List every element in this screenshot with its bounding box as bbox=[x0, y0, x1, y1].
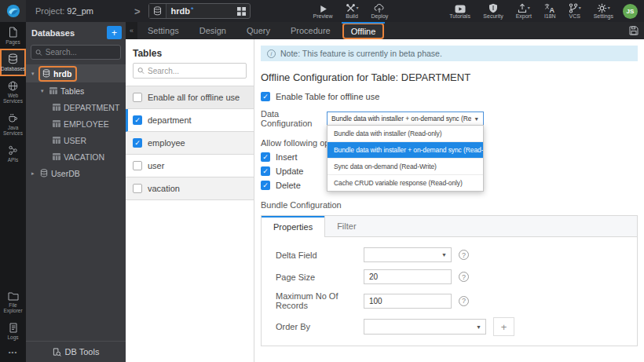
delta-field-row: Delta Field ▼ ? bbox=[276, 247, 623, 262]
add-order-by-button[interactable]: + bbox=[493, 317, 514, 336]
help-icon[interactable]: ? bbox=[459, 296, 469, 306]
play-icon bbox=[319, 3, 327, 13]
dropdown-option[interactable]: Sync data on-demand (Read-Write) bbox=[327, 159, 483, 175]
caret-down-icon: ▾ bbox=[357, 5, 359, 10]
database-search[interactable] bbox=[31, 45, 121, 60]
checkbox-update[interactable]: ✓ bbox=[261, 166, 270, 176]
sidebar-item-logs[interactable]: Logs bbox=[0, 318, 26, 344]
order-by-select[interactable]: ▼ bbox=[364, 319, 486, 335]
table-row-vacation[interactable]: vacation bbox=[126, 177, 254, 200]
table-row-enable-all[interactable]: Enable all for offline use bbox=[126, 86, 254, 109]
tab-offline[interactable]: Offline bbox=[344, 24, 383, 38]
table-row-label: department bbox=[148, 115, 192, 125]
table-row-department[interactable]: ✓ department bbox=[126, 109, 254, 132]
tree-node-department[interactable]: DEPARTMENT bbox=[26, 99, 126, 115]
svg-text:A: A bbox=[550, 6, 555, 13]
tab-properties[interactable]: Properties bbox=[262, 216, 325, 237]
sidebar-item-file-explorer[interactable]: File Explorer bbox=[0, 287, 26, 318]
add-database-button[interactable]: + bbox=[107, 26, 122, 39]
tables-search-input[interactable] bbox=[148, 67, 242, 75]
help-icon[interactable]: ? bbox=[459, 250, 469, 260]
checkbox-enable-table[interactable]: ✓ bbox=[261, 92, 270, 101]
api-icon bbox=[8, 145, 18, 155]
checkbox-insert[interactable]: ✓ bbox=[261, 152, 270, 162]
dropdown-option[interactable]: Cache CRUD variable response (Read-only) bbox=[327, 175, 483, 191]
vcs-label: VCS bbox=[569, 13, 580, 19]
table-row-user[interactable]: user bbox=[126, 155, 254, 177]
select-caret-icon: ▼ bbox=[441, 252, 447, 258]
beta-note: i Note: This feature is currently in bet… bbox=[261, 46, 638, 61]
checkbox-user[interactable] bbox=[133, 161, 142, 170]
checkbox-delete[interactable]: ✓ bbox=[261, 181, 270, 190]
tab-design[interactable]: Design bbox=[189, 22, 236, 39]
tools-icon: ▾ bbox=[346, 3, 359, 13]
dropdown-option-highlighted[interactable]: Bundle data with installer + on-demand s… bbox=[327, 142, 483, 159]
checkbox-department[interactable]: ✓ bbox=[133, 115, 142, 125]
data-configuration-label: Data Configuration bbox=[261, 109, 327, 128]
check-icon: ✓ bbox=[262, 168, 269, 175]
save-button[interactable] bbox=[624, 22, 644, 39]
data-configuration-select[interactable]: Bundle data with installer + on-demand s… bbox=[327, 112, 484, 126]
build-button[interactable]: ▾ Build bbox=[339, 0, 365, 22]
tree-node-vacation[interactable]: VACATION bbox=[26, 148, 126, 165]
sidebar-item-web-services[interactable]: Web Services bbox=[0, 76, 26, 108]
security-label: Security bbox=[483, 13, 503, 19]
more-icon[interactable]: ••• bbox=[0, 344, 26, 362]
security-button[interactable]: Security bbox=[477, 0, 509, 22]
caret-down-icon[interactable]: ▾ bbox=[31, 71, 37, 77]
utility-actions: Security ▾ Export A bbox=[477, 0, 620, 22]
preview-button[interactable]: Preview bbox=[307, 0, 339, 22]
vcs-button[interactable]: ▾ VCS bbox=[562, 0, 587, 22]
project-name: 92_pm bbox=[67, 6, 93, 16]
max-records-input[interactable] bbox=[364, 294, 452, 309]
delta-field-select[interactable]: ▼ bbox=[364, 247, 452, 262]
checkbox-enable-all[interactable] bbox=[133, 93, 142, 102]
preview-label: Preview bbox=[313, 13, 333, 19]
doc-tab-hrdb[interactable]: hrdb * bbox=[148, 3, 251, 19]
deploy-button[interactable]: Deploy bbox=[365, 0, 395, 22]
tree-node-user[interactable]: USER bbox=[26, 132, 126, 148]
avatar[interactable]: JS bbox=[623, 4, 638, 19]
tree-node-tables[interactable]: ▾ Tables bbox=[26, 82, 126, 99]
max-records-label: Maximum No Of Records bbox=[276, 291, 364, 310]
help-icon[interactable]: ? bbox=[459, 272, 469, 282]
collapse-panel-button[interactable]: « bbox=[126, 22, 137, 39]
tree-node-label: EMPLOYEE bbox=[64, 119, 109, 129]
db-tools-button[interactable]: DB Tools bbox=[26, 341, 126, 362]
sidebar-item-databases[interactable]: Databases bbox=[0, 49, 26, 75]
sidebar-item-java-services[interactable]: Java Services bbox=[0, 108, 26, 141]
left-rail: Pages Databases Web Services Java Servic… bbox=[0, 22, 26, 362]
main-actions: Preview ▾ Build bbox=[307, 0, 395, 22]
table-row-employee[interactable]: ✓ employee bbox=[126, 132, 254, 155]
tab-filter[interactable]: Filter bbox=[325, 216, 368, 236]
editor-tab-bar: « Settings Design Query Procedure Offlin… bbox=[126, 22, 644, 39]
checkbox-vacation[interactable] bbox=[133, 184, 142, 193]
caret-right-icon[interactable]: ▸ bbox=[31, 170, 37, 177]
rail-label: Java Services bbox=[1, 125, 25, 137]
caret-down-icon[interactable]: ▾ bbox=[41, 88, 46, 94]
sidebar-item-apis[interactable]: APIs bbox=[0, 141, 26, 166]
app-logo[interactable] bbox=[0, 0, 26, 22]
tab-query[interactable]: Query bbox=[236, 22, 280, 39]
enable-table-row: ✓ Enable Table for offline use bbox=[261, 92, 638, 101]
bundle-form: Delta Field ▼ ? Page Size ? bbox=[262, 237, 637, 353]
i18n-button[interactable]: A I18N bbox=[538, 0, 562, 22]
db-tools-icon bbox=[53, 348, 61, 357]
database-search-input[interactable] bbox=[46, 48, 116, 57]
rail-label: Web Services bbox=[1, 93, 25, 104]
sidebar-item-pages[interactable]: Pages bbox=[0, 22, 26, 49]
settings-button[interactable]: ▾ Settings bbox=[587, 0, 620, 22]
checkbox-employee[interactable]: ✓ bbox=[133, 138, 142, 148]
tree-node-hrdb[interactable]: ▾ hrdb bbox=[26, 64, 126, 82]
tree-node-userdb[interactable]: ▸ UserDB bbox=[26, 165, 126, 181]
order-by-row: Order By ▼ + bbox=[276, 317, 623, 336]
tutorials-button[interactable]: Tutorials bbox=[443, 0, 477, 22]
dropdown-option[interactable]: Bundle data with installer (Read-only) bbox=[327, 126, 483, 142]
export-button[interactable]: ▾ Export bbox=[510, 0, 538, 22]
tab-settings[interactable]: Settings bbox=[137, 22, 189, 39]
tables-search[interactable] bbox=[133, 63, 247, 79]
grid-icon[interactable] bbox=[237, 7, 246, 16]
tab-procedure[interactable]: Procedure bbox=[280, 22, 341, 39]
tree-node-employee[interactable]: EMPLOYEE bbox=[26, 115, 126, 132]
page-size-input[interactable] bbox=[364, 269, 452, 284]
